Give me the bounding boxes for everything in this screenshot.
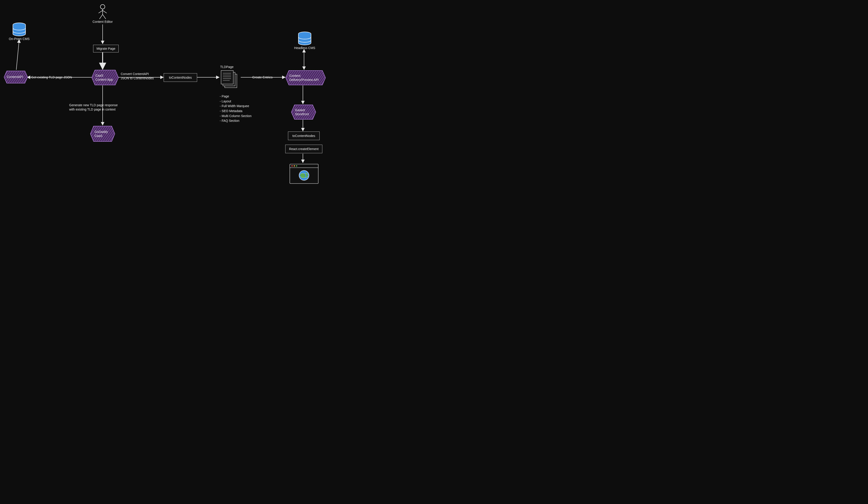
svg-line-21 <box>103 14 106 19</box>
hex-contentapi: ContentAPI <box>3 71 28 84</box>
db-headless-label: Headless CMS <box>294 46 315 50</box>
hex-cdapi-label: Content Delivery/Preview API <box>289 74 319 82</box>
box-tocontentnodes-1: toContentNodes <box>164 73 197 82</box>
hex-godaddy-caas: GoDaddy CaaS <box>90 126 115 142</box>
box-migrate-page: Migrate Page <box>93 45 119 52</box>
svg-line-2 <box>16 40 19 70</box>
svg-point-38 <box>293 165 295 167</box>
hex-content-delivery-api: Content Delivery/Preview API <box>285 70 326 85</box>
docstack-items: - Page - Layout - Full Width Marquee - S… <box>220 94 251 123</box>
architecture-diagram: On-Prem CMS Headless CMS Content Editor … <box>0 0 332 190</box>
svg-line-20 <box>100 14 103 19</box>
box-react-createelement: React.createElement <box>285 145 322 153</box>
db-onprem-cms: On-Prem CMS <box>12 23 26 36</box>
svg-rect-29 <box>221 71 233 84</box>
box-tocontentnodes-2: toContentNodes <box>288 132 320 140</box>
actor-content-editor: Content Editor <box>97 4 108 20</box>
svg-line-19 <box>103 10 107 13</box>
hex-gasket-label: Gasket Storefront <box>295 108 309 116</box>
svg-line-18 <box>99 10 103 13</box>
svg-point-39 <box>296 165 297 167</box>
docstack-title: TLDPage <box>220 65 234 69</box>
hex-contentapi-label: ContentAPI <box>7 75 23 79</box>
hex-caas-app-label: CaaS Content App <box>95 74 113 82</box>
edge-label-convert: Convert ContentAPI JSON to ContentNodes <box>121 72 154 81</box>
arrows-layer <box>0 0 332 190</box>
browser-window-icon <box>289 164 319 184</box>
db-headless-cms: Headless CMS <box>298 32 311 45</box>
hex-gasket-storefront: Gasket Storefront <box>291 104 316 120</box>
svg-point-16 <box>100 4 105 9</box>
docstack-tldpage: TLDPage <box>220 70 239 89</box>
actor-label: Content Editor <box>92 20 113 23</box>
svg-point-37 <box>291 165 293 167</box>
edge-label-get-json: Get existing TLD page JSON <box>31 75 72 80</box>
edge-label-create-entries: Create Entries <box>252 75 272 80</box>
hex-godaddy-label: GoDaddy CaaS <box>94 130 108 138</box>
db-onprem-label: On-Prem CMS <box>9 37 30 41</box>
hex-caas-content-app: CaaS Content App <box>91 70 119 85</box>
edge-label-generate: Generate new TLD page response with exis… <box>69 103 118 112</box>
